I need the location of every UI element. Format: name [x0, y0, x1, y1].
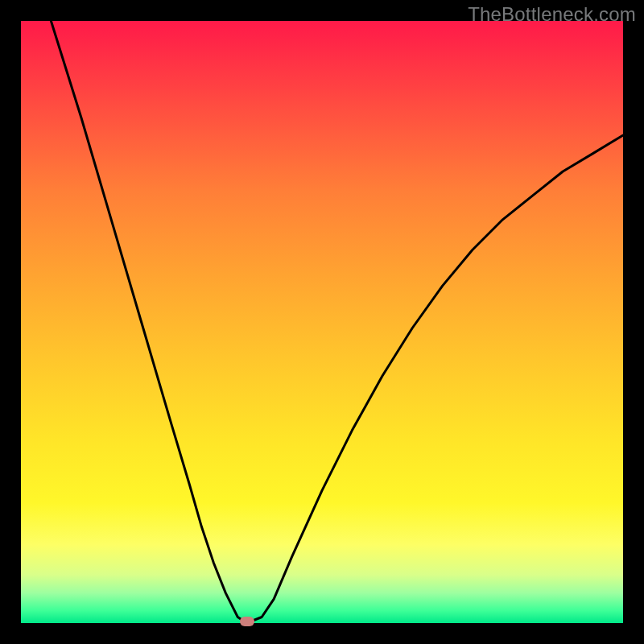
optimum-marker — [240, 617, 254, 626]
chart-frame: TheBottleneck.com — [0, 0, 644, 644]
gradient-plot-area — [21, 21, 623, 623]
